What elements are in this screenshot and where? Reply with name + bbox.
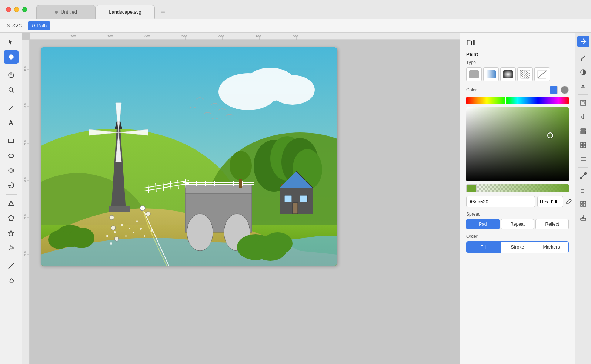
titlebar: Untitled Landscape.svg + (0, 0, 591, 19)
type-linear-button[interactable] (483, 67, 499, 81)
svg-text:500: 500 (23, 214, 27, 219)
canvas-area: 200 300 400 500 600 700 800 100 (22, 33, 460, 364)
tab-landscape[interactable]: Landscape.svg (96, 5, 155, 19)
alpha-bar[interactable] (466, 184, 569, 192)
tiling-button[interactable] (577, 198, 589, 210)
rect-tool-button[interactable] (4, 134, 19, 148)
svg-text:800: 800 (293, 34, 298, 38)
3d-ellipse-tool-button[interactable] (4, 164, 19, 177)
spread-buttons: Pad Repeat Reflect (466, 219, 569, 229)
svg-point-123 (114, 237, 119, 241)
order-tabs: Fill Stroke Markers (466, 241, 569, 253)
toolbar-separator-4 (6, 194, 17, 195)
spread-pad-button[interactable]: Pad (466, 219, 500, 229)
artwork-container[interactable] (41, 47, 337, 266)
svg-point-141 (581, 60, 582, 61)
color-swatch-gray[interactable] (561, 86, 569, 94)
node-tool-button[interactable] (4, 50, 19, 64)
color-picker-bg (466, 107, 569, 181)
color-swatch-blue[interactable] (550, 86, 558, 94)
svg-marker-150 (585, 116, 586, 118)
ellipse-tool-button[interactable] (4, 149, 19, 162)
svg-text:400: 400 (23, 177, 27, 182)
spread-reflect-button[interactable]: Reflect (535, 219, 569, 229)
svg-text:300: 300 (23, 140, 27, 145)
svg-point-110 (106, 235, 108, 237)
type-pattern-button[interactable] (517, 67, 533, 81)
line-tool-button[interactable] (4, 259, 19, 273)
svg-marker-18 (10, 278, 14, 283)
text-panel-button[interactable]: A (577, 80, 589, 92)
star-tool-button[interactable] (4, 226, 19, 240)
svg-rect-170 (581, 205, 582, 206)
polygon-tool-button[interactable] (4, 212, 19, 225)
order-fill-tab[interactable]: Fill (467, 242, 501, 253)
pencil-tool-button[interactable] (4, 101, 19, 115)
svg-text:600: 600 (23, 251, 27, 256)
close-button[interactable] (6, 7, 11, 12)
svg-point-122 (111, 226, 116, 230)
align-button[interactable] (577, 153, 589, 165)
svg-point-10 (9, 169, 14, 172)
add-tab-button[interactable]: + (156, 6, 170, 19)
svg-rect-157 (584, 145, 586, 148)
symbols-button[interactable] (577, 139, 589, 151)
fullscreen-button[interactable] (22, 7, 27, 12)
breadcrumb-svg[interactable]: ✳ SVG (3, 21, 26, 30)
type-flat-button[interactable] (466, 67, 482, 81)
traffic-lights (0, 7, 33, 12)
svg-text:500: 500 (181, 34, 187, 38)
pie-tool-button[interactable] (4, 179, 19, 192)
hex-input[interactable] (466, 196, 535, 207)
svg-text:300: 300 (107, 34, 113, 38)
svg-point-51 (222, 82, 259, 108)
hex-row: Hex ⬆⬇ (466, 196, 569, 207)
tab-dot (55, 11, 58, 14)
order-stroke-tab[interactable]: Stroke (501, 242, 535, 253)
triangle-tool-button[interactable] (4, 197, 19, 210)
toolbar-separator (6, 66, 17, 66)
export-button[interactable] (577, 212, 589, 224)
tab-untitled[interactable]: Untitled (36, 5, 96, 19)
right-panel: Fill Paint Type (460, 33, 575, 364)
order-markers-tab[interactable]: Markers (534, 242, 568, 253)
svg-rect-94 (109, 206, 130, 212)
svg-marker-149 (581, 116, 582, 118)
type-none-button[interactable] (534, 67, 550, 81)
breadcrumb: ✳ SVG ↺ Path (0, 19, 591, 33)
select-tool-button[interactable] (4, 36, 19, 49)
gradient-button[interactable] (577, 170, 589, 182)
contrast-button[interactable] (577, 66, 589, 78)
rainbow-bar[interactable] (466, 97, 569, 104)
eyedropper-button[interactable] (565, 196, 572, 207)
svg-point-50 (270, 75, 315, 105)
frame-button[interactable] (577, 97, 589, 109)
svg-rect-144 (582, 102, 584, 104)
tweak-tool-button[interactable] (4, 68, 19, 82)
svg-line-5 (12, 91, 14, 92)
text-tool-button[interactable]: A (4, 116, 19, 129)
type-radial-button[interactable] (500, 67, 516, 81)
brush-button[interactable] (577, 52, 589, 64)
gear-tool-button[interactable] (4, 241, 19, 255)
svg-marker-148 (582, 118, 584, 119)
hex-format-select[interactable]: Hex ⬆⬇ (537, 196, 563, 207)
spread-repeat-button[interactable]: Repeat (501, 219, 534, 229)
tab-label: Landscape.svg (109, 9, 141, 15)
transform-button[interactable] (577, 111, 589, 123)
svg-rect-143 (581, 100, 586, 105)
layers-button[interactable] (577, 125, 589, 137)
minimize-button[interactable] (14, 7, 19, 12)
color-picker[interactable] (466, 107, 569, 181)
svg-point-113 (140, 228, 142, 230)
pin-button[interactable] (577, 36, 589, 47)
svg-line-6 (9, 106, 13, 110)
fill-section: Fill Paint Type (460, 33, 575, 259)
pen-tool-button[interactable] (4, 274, 19, 287)
svg-marker-0 (9, 40, 13, 45)
breadcrumb-path[interactable]: ↺ Path (28, 21, 50, 30)
svg-icon: ✳ (7, 23, 11, 28)
svg-point-108 (114, 231, 116, 233)
zoom-tool-button[interactable] (4, 83, 19, 97)
text-flow-button[interactable] (577, 184, 589, 196)
